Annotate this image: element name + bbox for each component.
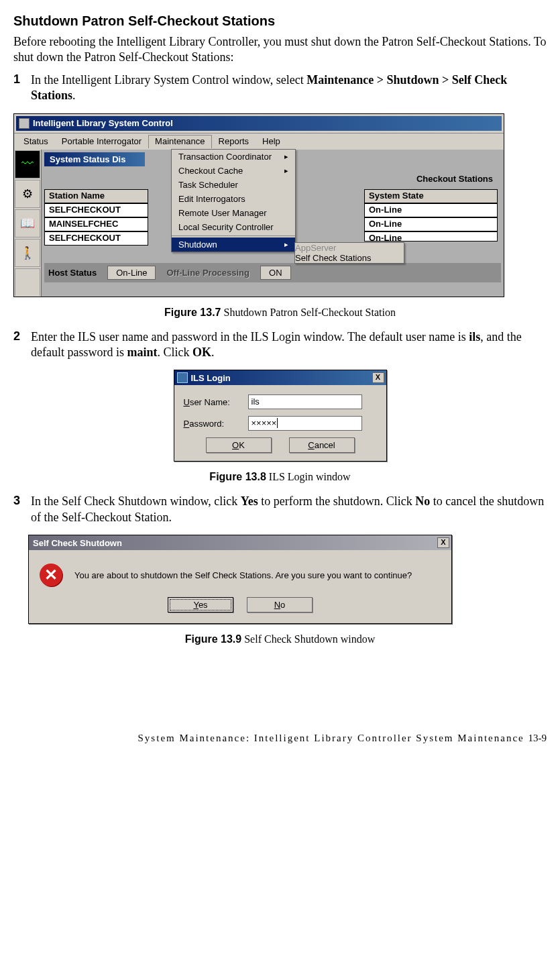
cell-state: On-Line	[364, 217, 498, 231]
app-icon	[177, 372, 188, 383]
step-number: 1	[13, 72, 31, 104]
confirm-message: You are about to shutdown the Self Check…	[74, 570, 412, 580]
menu-item-shutdown[interactable]: Shutdown	[172, 237, 295, 252]
step-1: 1 In the Intelligent Library System Cont…	[13, 72, 547, 104]
window-title: Intelligent Library System Control	[33, 118, 173, 128]
step-text: .	[72, 89, 76, 102]
step-bold: Yes	[241, 494, 258, 508]
step-bold: OK	[192, 346, 211, 359]
menu-status[interactable]: Status	[17, 135, 55, 148]
shutdown-submenu: AppServer Self Check Stations	[294, 242, 404, 264]
step-bold: ils	[469, 330, 480, 343]
person-icon[interactable]: 🚶	[15, 239, 40, 267]
step-bold: maint	[127, 346, 157, 359]
no-button[interactable]: No	[247, 597, 313, 613]
intro-paragraph: Before rebooting the Intelligent Library…	[13, 34, 547, 66]
ok-button[interactable]: OK	[206, 437, 272, 453]
col-header-state: System State	[364, 189, 498, 203]
panel-title: System Status Dis	[44, 152, 145, 166]
step-text: to perform the shutdown. Click	[258, 494, 415, 508]
password-label: Password:	[184, 419, 248, 429]
offline-processing-label: Off-Line Processing	[166, 268, 249, 278]
footer-text: System Maintenance: Intelligent Library …	[138, 733, 524, 743]
cell-station: SELFCHECKOUT	[44, 203, 148, 217]
status-bar: Host Status On-Line Off-Line Processing …	[44, 263, 501, 282]
step-body: In the Intelligent Library System Contro…	[31, 72, 547, 104]
menu-item-local-security-controller[interactable]: Local Security Controller	[172, 220, 295, 234]
step-number: 3	[13, 494, 31, 525]
host-status-value: On-Line	[107, 266, 156, 280]
username-input[interactable]: ils	[248, 394, 362, 409]
figure-caption-7: Figure 13.7 Shutdown Patron Self-Checkou…	[13, 307, 547, 319]
figure-caption-9: Figure 13.9 Self Check Shutdown window	[13, 633, 547, 645]
username-label: User Name:	[184, 397, 248, 407]
window-titlebar[interactable]: Self Check Shutdown X	[29, 535, 451, 550]
ils-login-window: ILS Login X User Name: ils Password: ×××…	[174, 370, 387, 462]
cell-station: MAINSELFCHEC	[44, 217, 148, 231]
ils-control-window: Intelligent Library System Control Statu…	[13, 113, 504, 297]
step-text: .	[211, 346, 215, 359]
menu-item-checkout-cache[interactable]: Checkout Cache	[172, 164, 295, 178]
menu-item-transaction-coordinator[interactable]: Transaction Coordinator	[172, 150, 295, 164]
window-titlebar[interactable]: ILS Login X	[174, 370, 386, 385]
menu-item-task-scheduler[interactable]: Task Scheduler	[172, 178, 295, 192]
menu-maintenance[interactable]: Maintenance	[148, 135, 211, 148]
error-icon: ✕	[40, 564, 62, 586]
cell-state: On-Line	[364, 203, 498, 217]
step-text: In the Self Check Shutdown window, click	[31, 494, 241, 508]
tools-icon[interactable]: ⚙	[15, 180, 40, 208]
chart-icon[interactable]: 〰	[15, 150, 40, 178]
self-check-shutdown-window: Self Check Shutdown X ✕ You are about to…	[28, 535, 452, 624]
step-body: Enter the ILS user name and password in …	[31, 329, 547, 361]
book-icon[interactable]: 📖	[15, 209, 40, 237]
checkout-stations-label: Checkout Stations	[416, 174, 493, 184]
step-body: In the Self Check Shutdown window, click…	[31, 494, 547, 525]
step-3: 3 In the Self Check Shutdown window, cli…	[13, 494, 547, 525]
window-titlebar[interactable]: Intelligent Library System Control	[16, 116, 502, 131]
yes-button[interactable]: Yes	[168, 597, 233, 613]
menubar: Status Portable Interrogator Maintenance…	[14, 134, 504, 150]
menu-portable-interrogator[interactable]: Portable Interrogator	[55, 135, 148, 148]
window-title: ILS Login	[191, 373, 231, 383]
app-icon	[19, 118, 30, 129]
step-text: Enter the ILS user name and password in …	[31, 330, 469, 343]
menu-separator	[172, 235, 295, 236]
page-number: 13-9	[528, 733, 547, 743]
offline-processing-value: ON	[260, 266, 291, 280]
step-bold: No	[415, 494, 430, 508]
host-status-label: Host Status	[48, 268, 97, 278]
step-2: 2 Enter the ILS user name and password i…	[13, 329, 547, 361]
cell-state: On-Line	[364, 231, 498, 242]
step-text: . Click	[157, 346, 192, 359]
col-header-station: Station Name	[44, 189, 148, 203]
close-icon[interactable]: X	[372, 372, 384, 383]
toolbar-blank	[15, 268, 40, 296]
cell-station: SELFCHECKOUT	[44, 231, 148, 246]
section-title: Shutdown Patron Self-Checkout Stations	[13, 13, 547, 29]
close-icon[interactable]: X	[437, 537, 449, 548]
cancel-button[interactable]: Cancel	[289, 437, 355, 453]
menu-item-remote-user-manager[interactable]: Remote User Manager	[172, 206, 295, 220]
menu-help[interactable]: Help	[256, 135, 287, 148]
window-title: Self Check Shutdown	[33, 538, 122, 548]
figure-caption-8: Figure 13.8 ILS Login window	[13, 471, 547, 483]
step-number: 2	[13, 329, 31, 361]
vertical-toolbar: 〰 ⚙ 📖 🚶	[14, 150, 42, 297]
step-text: In the Intelligent Library System Contro…	[31, 73, 306, 87]
maintenance-dropdown: Transaction Coordinator Checkout Cache T…	[171, 149, 296, 252]
menu-item-edit-interrogators[interactable]: Edit Interrogators	[172, 192, 295, 206]
menu-reports[interactable]: Reports	[212, 135, 256, 148]
submenu-item-appserver: AppServer	[295, 243, 404, 253]
submenu-item-self-check-stations[interactable]: Self Check Stations	[295, 253, 404, 263]
page-footer: System Maintenance: Intelligent Library …	[13, 733, 547, 744]
password-input[interactable]: ×××××	[248, 416, 362, 431]
